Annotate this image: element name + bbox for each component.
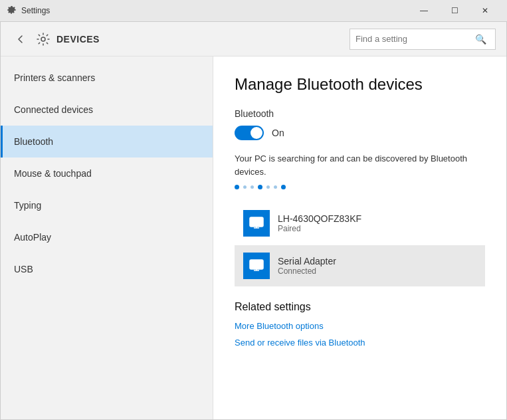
back-icon [16, 35, 25, 44]
sidebar-item-usb[interactable]: USB [1, 253, 213, 285]
dot-3 [251, 185, 254, 189]
minimize-button[interactable]: — [409, 0, 439, 21]
bluetooth-label: Bluetooth [235, 108, 485, 119]
device-info-serial: Serial Adapter Connected [278, 256, 336, 276]
search-icon: 🔍 [475, 34, 486, 45]
close-button[interactable]: ✕ [470, 0, 500, 21]
sidebar-item-connected[interactable]: Connected devices [1, 94, 213, 126]
dot-5 [266, 185, 270, 189]
dot-6 [274, 185, 277, 189]
header-title-text: DEVICES [56, 34, 100, 45]
device-name-serial: Serial Adapter [278, 256, 336, 266]
back-button[interactable] [11, 30, 30, 49]
sidebar-item-bluetooth[interactable]: Bluetooth [1, 126, 213, 158]
more-bluetooth-link[interactable]: More Bluetooth options [235, 321, 485, 331]
scanning-dots [235, 185, 485, 189]
dot-2 [243, 185, 247, 189]
sidebar-item-printers[interactable]: Printers & scanners [1, 62, 213, 94]
dot-4 [258, 185, 262, 189]
device-name-lh: LH-4630QOFZ83KF [278, 213, 361, 224]
dot-1 [235, 185, 239, 189]
svg-rect-2 [253, 220, 260, 224]
device-svg-serial [248, 257, 265, 274]
maximize-button[interactable]: ☐ [439, 0, 470, 21]
toggle-knob [251, 127, 262, 139]
device-icon-lh [243, 210, 270, 237]
content: Printers & scanners Connected devices Bl… [1, 56, 506, 419]
device-item-serial[interactable]: Serial Adapter Connected [235, 245, 485, 286]
window: DEVICES 🔍 Printers & scanners Connected … [0, 21, 507, 420]
page-title: Manage Bluetooth devices [235, 75, 485, 94]
dot-7 [281, 185, 286, 189]
searching-text: Your PC is searching for and can be disc… [235, 152, 485, 178]
bluetooth-toggle[interactable] [235, 126, 264, 140]
sidebar-item-mouse[interactable]: Mouse & touchpad [1, 158, 213, 189]
svg-point-0 [41, 37, 45, 41]
device-status-serial: Connected [278, 266, 336, 276]
sidebar-item-typing[interactable]: Typing [1, 189, 213, 221]
send-receive-link[interactable]: Send or receive files via Bluetooth [235, 338, 485, 348]
search-box[interactable]: 🔍 [350, 29, 496, 50]
titlebar: Settings — ☐ ✕ [0, 0, 507, 21]
titlebar-title: Settings [21, 6, 409, 15]
device-info-lh: LH-4630QOFZ83KF Paired [278, 213, 361, 233]
header-title-row: DEVICES [37, 33, 350, 46]
window-controls: — ☐ ✕ [409, 0, 500, 21]
search-input[interactable] [355, 34, 475, 44]
device-svg-lh [248, 215, 265, 232]
header: DEVICES 🔍 [1, 22, 506, 56]
svg-rect-6 [253, 262, 260, 266]
related-settings-title: Related settings [235, 301, 485, 313]
toggle-state-label: On [272, 128, 284, 138]
sidebar-item-autoplay[interactable]: AutoPlay [1, 221, 213, 253]
sidebar: Printers & scanners Connected devices Bl… [1, 56, 213, 419]
main-panel: Manage Bluetooth devices Bluetooth On Yo… [213, 56, 506, 419]
settings-icon [7, 5, 17, 16]
device-icon-serial [243, 253, 270, 279]
device-item-lh[interactable]: LH-4630QOFZ83KF Paired [235, 203, 485, 244]
devices-gear-icon [37, 33, 50, 46]
bluetooth-toggle-row: On [235, 126, 485, 140]
device-status-lh: Paired [278, 224, 361, 233]
